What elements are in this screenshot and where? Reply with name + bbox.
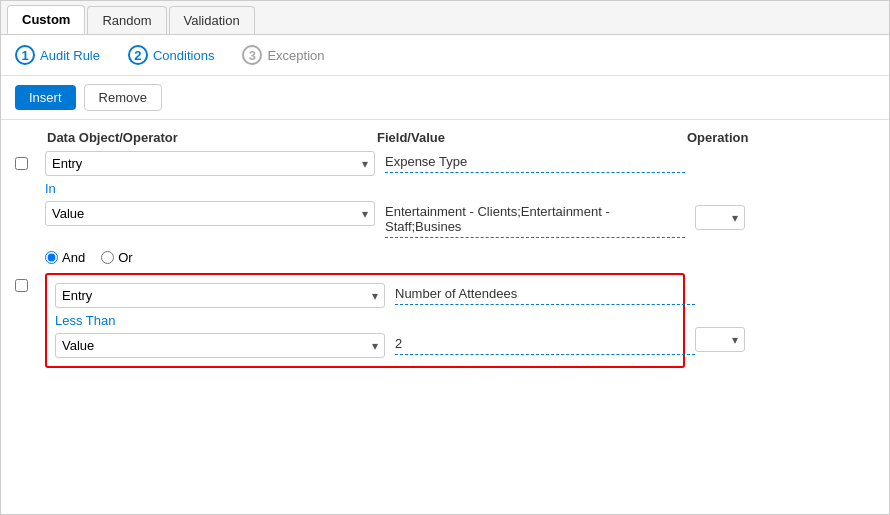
col-header-data-object: Data Object/Operator bbox=[47, 130, 377, 145]
step-label-3: Exception bbox=[267, 48, 324, 63]
operation-cell-2 bbox=[685, 273, 865, 352]
row1-checkbox[interactable] bbox=[15, 157, 28, 170]
step-label-2: Conditions bbox=[153, 48, 214, 63]
operator-label-1: In bbox=[45, 179, 375, 198]
steps-row: 1 Audit Rule 2 Conditions 3 Exception bbox=[1, 35, 889, 76]
value-text-1: Entertainment - Clients;Entertainment - … bbox=[385, 201, 685, 238]
step-label-1: Audit Rule bbox=[40, 48, 100, 63]
tab-random[interactable]: Random bbox=[87, 6, 166, 34]
tab-validation[interactable]: Validation bbox=[169, 6, 255, 34]
condition-row-2: Entry Less Than Value Number of Attendee… bbox=[15, 273, 875, 368]
value-text-2: 2 bbox=[395, 333, 695, 355]
checkbox-cell-1 bbox=[15, 151, 45, 170]
fields-cell-2: Entry Less Than Value bbox=[55, 283, 385, 358]
col-header-field-value: Field/Value bbox=[377, 130, 687, 145]
value-type-dropdown-2[interactable]: Value bbox=[55, 333, 385, 358]
fields-cell-1: Entry In Value bbox=[45, 151, 375, 226]
and-or-row: And Or bbox=[15, 242, 875, 273]
condition-row-1: Entry In Value Expense Type Entertainmen… bbox=[15, 151, 875, 238]
value-cell-2: Number of Attendees 2 bbox=[385, 283, 695, 358]
entry-dropdown-1[interactable]: Entry bbox=[45, 151, 375, 176]
value-type-select-2[interactable]: Value bbox=[56, 334, 384, 357]
col-header-operation: Operation bbox=[687, 130, 867, 145]
radio-or-input[interactable] bbox=[101, 251, 114, 264]
remove-button[interactable]: Remove bbox=[84, 84, 162, 111]
checkbox-cell-2 bbox=[15, 273, 45, 292]
operator-label-2: Less Than bbox=[55, 311, 385, 330]
step-exception[interactable]: 3 Exception bbox=[242, 45, 324, 65]
operation-cell-1 bbox=[685, 151, 865, 230]
value-cell-1: Expense Type Entertainment - Clients;Ent… bbox=[375, 151, 685, 238]
value-type-dropdown-1[interactable]: Value bbox=[45, 201, 375, 226]
operation-select-1[interactable] bbox=[696, 206, 746, 229]
toolbar: Insert Remove bbox=[1, 76, 889, 120]
column-headers: Data Object/Operator Field/Value Operati… bbox=[15, 130, 875, 145]
field-value-text-1: Expense Type bbox=[385, 151, 685, 173]
value-type-select-1[interactable]: Value bbox=[46, 202, 374, 225]
insert-button[interactable]: Insert bbox=[15, 85, 76, 110]
content-area: Data Object/Operator Field/Value Operati… bbox=[1, 120, 889, 514]
radio-or[interactable]: Or bbox=[101, 250, 132, 265]
step-conditions[interactable]: 2 Conditions bbox=[128, 45, 214, 65]
radio-and[interactable]: And bbox=[45, 250, 85, 265]
operation-select-2[interactable] bbox=[696, 328, 746, 351]
tab-custom[interactable]: Custom bbox=[7, 5, 85, 34]
operation-dropdown-1[interactable] bbox=[695, 205, 745, 230]
tabs-bar: Custom Random Validation bbox=[1, 1, 889, 35]
radio-or-label: Or bbox=[118, 250, 132, 265]
step-circle-1: 1 bbox=[15, 45, 35, 65]
step-circle-2: 2 bbox=[128, 45, 148, 65]
field-value-text-2: Number of Attendees bbox=[395, 283, 695, 305]
entry-select-1[interactable]: Entry bbox=[46, 152, 374, 175]
operation-dropdown-2[interactable] bbox=[695, 327, 745, 352]
step-circle-3: 3 bbox=[242, 45, 262, 65]
radio-and-label: And bbox=[62, 250, 85, 265]
step-audit-rule[interactable]: 1 Audit Rule bbox=[15, 45, 100, 65]
row2-checkbox[interactable] bbox=[15, 279, 28, 292]
radio-and-input[interactable] bbox=[45, 251, 58, 264]
highlighted-block: Entry Less Than Value Number of Attendee… bbox=[45, 273, 685, 368]
entry-dropdown-2[interactable]: Entry bbox=[55, 283, 385, 308]
entry-select-2[interactable]: Entry bbox=[56, 284, 384, 307]
